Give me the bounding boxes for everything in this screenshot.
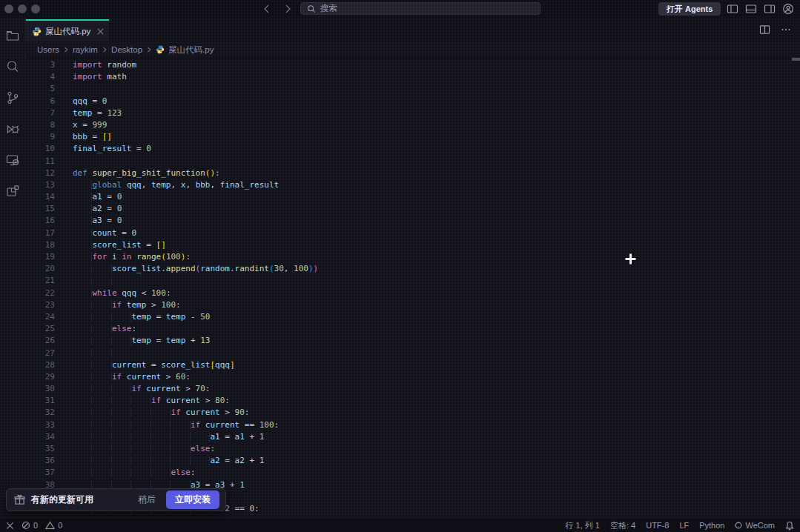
code-line[interactable]: 31 if current > 80:	[26, 395, 800, 407]
editor[interactable]: 3import random4import math56qqq = 07temp…	[26, 58, 800, 519]
warnings-status[interactable]: 0	[45, 521, 62, 530]
code-line[interactable]: 33 if current == 100:	[26, 419, 800, 431]
wecom-status[interactable]: WeCom	[735, 521, 775, 530]
code-line[interactable]: 27	[26, 348, 800, 359]
layout-sidebar-right-icon[interactable]	[764, 3, 776, 15]
eol-status[interactable]: LF	[679, 521, 689, 530]
source-control-icon[interactable]	[4, 90, 21, 106]
code-line[interactable]: 18 score_list = []	[26, 239, 800, 251]
line-number: 23	[26, 299, 55, 311]
line-number: 28	[26, 359, 55, 371]
code-line[interactable]: 35 else:	[26, 443, 800, 455]
error-icon	[22, 521, 30, 530]
indentation-status[interactable]: 空格: 4	[610, 520, 635, 531]
open-agents-button[interactable]: 打开 Agents	[658, 2, 721, 16]
encoding-status[interactable]: UTF-8	[646, 521, 669, 530]
line-number: 20	[26, 263, 55, 275]
code-line[interactable]: 13 global qqq, temp, x, bbb, final_resul…	[26, 179, 800, 191]
line-number: 32	[26, 407, 55, 419]
traffic-light-zoom[interactable]	[31, 4, 40, 13]
code-line[interactable]: 20 score_list.append(random.randint(30, …	[26, 263, 800, 275]
code-text: import random	[55, 59, 136, 71]
code-line[interactable]: 19 for i in range(100):	[26, 251, 800, 263]
code-line[interactable]: 34 a1 = a1 + 1	[26, 431, 800, 443]
split-editor-icon[interactable]	[759, 24, 770, 35]
nav-forward-icon[interactable]	[282, 3, 294, 15]
remote-explorer-icon[interactable]	[4, 152, 21, 168]
cursor-position-status[interactable]: 行 1, 列 1	[566, 520, 600, 531]
code-line[interactable]: 4import math	[26, 71, 800, 83]
remote-indicator-icon[interactable]	[6, 522, 14, 530]
nav-back-icon[interactable]	[261, 3, 273, 15]
code-line[interactable]: 14 a1 = 0	[26, 191, 800, 203]
explorer-icon[interactable]	[4, 27, 21, 44]
code-text: score_list = []	[55, 239, 166, 251]
line-number: 21	[26, 275, 55, 287]
line-number: 4	[26, 71, 55, 83]
breadcrumb-item-file[interactable]: 屎山代码.py	[168, 44, 214, 56]
code-line[interactable]: 29 if current > 60:	[26, 371, 800, 383]
code-text: a3 = 0	[55, 215, 122, 227]
line-number: 33	[26, 419, 55, 431]
code-line[interactable]: 28 current = score_list[qqq]	[26, 359, 800, 371]
code-line[interactable]: 21	[26, 275, 800, 287]
code-line[interactable]: 37 else:	[26, 467, 800, 479]
breadcrumb-item[interactable]: raykim	[73, 45, 98, 54]
account-icon[interactable]	[782, 3, 794, 15]
code-line[interactable]: 26 temp = temp + 13	[26, 335, 800, 347]
code-line[interactable]: 3import random	[26, 59, 800, 71]
code-line[interactable]: 8x = 999	[26, 119, 800, 131]
code-line[interactable]: 11	[26, 156, 800, 167]
code-text: if current == 100:	[55, 419, 279, 431]
line-number: 24	[26, 311, 55, 323]
chevron-right-icon	[63, 47, 69, 53]
line-number: 37	[26, 467, 55, 479]
code-line[interactable]: 6qqq = 0	[26, 96, 800, 107]
code-line[interactable]: 7temp = 123	[26, 107, 800, 119]
code-line[interactable]: 23 if temp > 100:	[26, 299, 800, 311]
code-line[interactable]: 30 if current > 70:	[26, 383, 800, 395]
line-number: 17	[26, 227, 55, 239]
line-number: 13	[26, 179, 55, 191]
code-line[interactable]: 32 if current > 90:	[26, 407, 800, 419]
traffic-light-minimize[interactable]	[18, 4, 27, 13]
line-number: 16	[26, 215, 55, 227]
layout-panel-bottom-icon[interactable]	[745, 3, 757, 15]
python-file-icon	[32, 27, 42, 36]
code-line[interactable]: 25 else:	[26, 323, 800, 335]
line-number: 5	[26, 83, 55, 95]
notifications-bell-icon[interactable]	[785, 521, 794, 531]
breadcrumb-item[interactable]: Users	[37, 45, 59, 54]
later-button[interactable]: 稍后	[138, 493, 156, 506]
search-input[interactable]: 搜索	[300, 2, 541, 15]
language-mode-status[interactable]: Python	[699, 521, 724, 530]
tab-close-icon[interactable]	[97, 28, 104, 35]
errors-status[interactable]: 0	[22, 521, 38, 530]
breadcrumb-item[interactable]: Desktop	[111, 45, 142, 54]
code-line[interactable]: 10final_result = 0	[26, 143, 800, 155]
traffic-light-close[interactable]	[4, 4, 13, 13]
line-number: 7	[26, 107, 55, 119]
search-sidebar-icon[interactable]	[4, 59, 21, 75]
extensions-icon[interactable]	[4, 183, 21, 199]
tab-active-file[interactable]: 屎山代码.py	[26, 19, 109, 41]
code-text	[55, 83, 73, 95]
code-line[interactable]: 22 while qqq < 100:	[26, 287, 800, 299]
install-now-button[interactable]: 立即安装	[166, 491, 219, 509]
code-line[interactable]: 5	[26, 83, 800, 95]
run-debug-icon[interactable]	[4, 121, 21, 137]
scrollbar-thumb[interactable]	[792, 58, 800, 61]
code-line[interactable]: 17 count = 0	[26, 227, 800, 239]
code-text	[55, 348, 112, 359]
more-actions-icon[interactable]	[781, 24, 791, 35]
code-text: else:	[55, 443, 215, 455]
code-text: a1 = 0	[55, 191, 122, 203]
code-line[interactable]: 36 a2 = a2 + 1	[26, 455, 800, 467]
code-line[interactable]: 9bbb = []	[26, 131, 800, 143]
layout-sidebar-left-icon[interactable]	[727, 3, 738, 15]
warning-icon	[45, 521, 55, 530]
code-line[interactable]: 16 a3 = 0	[26, 215, 800, 227]
code-line[interactable]: 12def super_big_shit_function():	[26, 167, 800, 179]
code-line[interactable]: 15 a2 = 0	[26, 203, 800, 215]
code-line[interactable]: 24 temp = temp - 50	[26, 311, 800, 323]
